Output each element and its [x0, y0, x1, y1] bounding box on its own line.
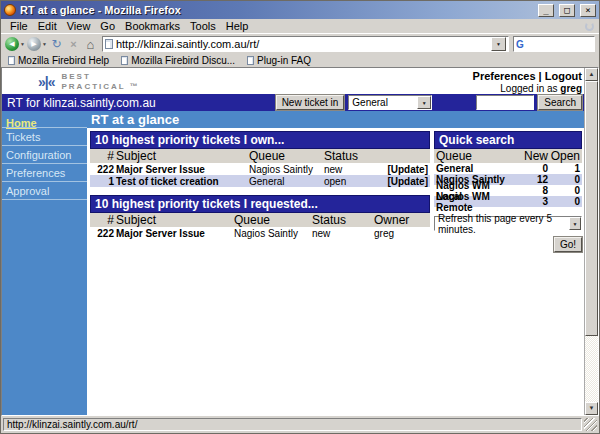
ticket-queue: Nagios Saintly: [234, 228, 312, 239]
ticket-id[interactable]: 1: [92, 176, 114, 187]
brand-band: »|« BEST PRACTICAL ™ Preferences | Logou…: [2, 68, 584, 94]
forward-button[interactable]: ▶ ▼: [27, 37, 47, 51]
sidebar-item-configuration[interactable]: Configuration: [2, 146, 87, 164]
refresh-interval-select[interactable]: Refresh this page every 5 minutes. ▼: [434, 216, 582, 231]
ticket-status: open: [324, 176, 379, 187]
scroll-up-icon[interactable]: ▲: [585, 68, 598, 81]
queue-new-count[interactable]: 0: [512, 163, 548, 174]
requested-tickets-panel: 10 highest priority tickets I requested.…: [90, 195, 430, 239]
menu-help[interactable]: Help: [221, 20, 254, 32]
bookmark-item[interactable]: Mozilla Firebird Discu...: [121, 55, 235, 66]
web-search-input[interactable]: G: [513, 36, 595, 52]
menu-file[interactable]: File: [5, 20, 33, 32]
go-row: Go!: [434, 234, 582, 252]
sidebar-item-approval[interactable]: Approval: [2, 182, 87, 200]
home-icon[interactable]: ⌂: [83, 37, 98, 52]
menu-view[interactable]: View: [62, 20, 96, 32]
logo-line1: BEST: [62, 72, 140, 82]
scrollbar-thumb[interactable]: [585, 81, 598, 336]
maximize-button-icon[interactable]: □: [559, 4, 575, 17]
ticket-search-input[interactable]: [476, 95, 534, 110]
bookmark-item[interactable]: Plug-in FAQ: [247, 55, 311, 66]
vertical-scrollbar[interactable]: ▲ ▼: [584, 68, 598, 415]
sidebar-item-preferences[interactable]: Preferences: [2, 164, 87, 182]
queue-new-count[interactable]: 8: [512, 185, 548, 196]
close-button-icon[interactable]: ×: [580, 4, 596, 17]
col-header-queue: Queue: [436, 149, 512, 163]
ticket-queue: General: [249, 176, 324, 187]
col-header-status: Status: [312, 213, 374, 227]
page-icon: [105, 39, 113, 49]
ticket-update-link[interactable]: [Update]: [379, 164, 428, 175]
select-dropdown-icon[interactable]: ▼: [569, 217, 581, 230]
ticket-id[interactable]: 222: [92, 228, 114, 239]
ticket-subject-link[interactable]: Test of ticket creation: [114, 176, 249, 187]
firefox-icon: [4, 4, 16, 16]
queue-open-count[interactable]: 0: [548, 174, 580, 185]
stop-icon[interactable]: ×: [66, 38, 81, 50]
scroll-down-icon[interactable]: ▼: [585, 402, 598, 415]
session-info: Preferences | Logout Logged in as greg: [473, 70, 582, 93]
reload-icon[interactable]: ↻: [49, 37, 64, 51]
requested-tickets-title: 10 highest priority tickets I requested.…: [90, 195, 430, 213]
col-header-queue: Queue: [249, 149, 324, 163]
ticket-subject-link[interactable]: Major Server Issue: [114, 164, 249, 175]
select-dropdown-icon[interactable]: ▼: [417, 96, 431, 109]
col-header-num: #: [92, 149, 114, 163]
page-viewport: »|« BEST PRACTICAL ™ Preferences | Logou…: [1, 67, 599, 416]
preferences-logout-links[interactable]: Preferences | Logout: [473, 70, 582, 83]
queue-open-count[interactable]: 0: [548, 185, 580, 196]
url-text[interactable]: http://klinzai.saintly.com.au/rt/: [116, 38, 488, 50]
new-ticket-queue-select[interactable]: General ▼: [348, 95, 432, 110]
col-header-open: Open: [548, 149, 580, 163]
queue-new-count[interactable]: 3: [512, 196, 548, 207]
bookmark-icon: [8, 56, 15, 65]
queue-select-value: General: [352, 97, 388, 108]
ticket-status: new: [312, 228, 374, 239]
menu-bar: File Edit View Go Bookmarks Tools Help: [1, 19, 599, 34]
queue-row: Nagios WM Remote 3 0: [434, 196, 582, 207]
page-grid: Home Tickets Configuration Preferences A…: [2, 111, 584, 415]
new-ticket-button[interactable]: New ticket in: [276, 95, 345, 110]
queue-link[interactable]: Nagios WM Remote: [436, 191, 512, 213]
col-header-new: New: [512, 149, 548, 163]
back-icon: ◀: [5, 37, 19, 51]
bookmark-item[interactable]: Mozilla Firebird Help: [8, 55, 109, 66]
rt-instance-title: RT for klinzai.saintly.com.au: [7, 96, 272, 110]
rt-header-bar: RT for klinzai.saintly.com.au New ticket…: [2, 94, 584, 111]
back-dropdown-icon[interactable]: ▼: [20, 37, 25, 51]
table-row: 222 Major Server Issue Nagios Saintly ne…: [90, 227, 430, 239]
search-button[interactable]: Search: [538, 95, 582, 110]
queue-open-count[interactable]: 1: [548, 163, 580, 174]
status-bar: http://klinzai.saintly.com.au/rt/: [1, 416, 599, 433]
sidebar-item-home[interactable]: Home: [2, 111, 87, 128]
url-bar[interactable]: http://klinzai.saintly.com.au/rt/ ▼: [102, 36, 509, 52]
queue-link[interactable]: General: [436, 163, 512, 174]
minimize-button-icon[interactable]: _: [538, 4, 554, 17]
sidebar-item-tickets[interactable]: Tickets: [2, 128, 87, 146]
search-engine-icon[interactable]: G: [516, 39, 524, 50]
col-header-num: #: [92, 213, 114, 227]
queue-open-count[interactable]: 0: [548, 196, 580, 207]
menu-go[interactable]: Go: [95, 20, 120, 32]
col-header-owner: Owner: [374, 213, 428, 227]
menu-edit[interactable]: Edit: [33, 20, 62, 32]
resize-grip[interactable]: [584, 418, 597, 431]
logo-line2: PRACTICAL ™: [62, 82, 140, 92]
sidebar: Home Tickets Configuration Preferences A…: [2, 111, 87, 415]
url-dropdown-icon[interactable]: ▼: [491, 37, 506, 51]
ticket-subject-link[interactable]: Major Server Issue: [114, 228, 234, 239]
table-row: 1 Test of ticket creation General open […: [90, 175, 430, 187]
back-button[interactable]: ◀ ▼: [5, 37, 25, 51]
forward-dropdown-icon[interactable]: ▼: [42, 37, 47, 51]
menu-bookmarks[interactable]: Bookmarks: [120, 20, 185, 32]
go-button[interactable]: Go!: [554, 237, 582, 252]
scrollbar-track[interactable]: [585, 336, 598, 402]
queue-new-count[interactable]: 12: [512, 174, 548, 185]
quick-search-title: Quick search: [434, 131, 582, 149]
queue-row: General 0 1: [434, 163, 582, 174]
ticket-id[interactable]: 222: [92, 164, 114, 175]
bookmark-label: Mozilla Firebird Discu...: [131, 55, 235, 66]
menu-tools[interactable]: Tools: [185, 20, 221, 32]
ticket-update-link[interactable]: [Update]: [379, 176, 428, 187]
